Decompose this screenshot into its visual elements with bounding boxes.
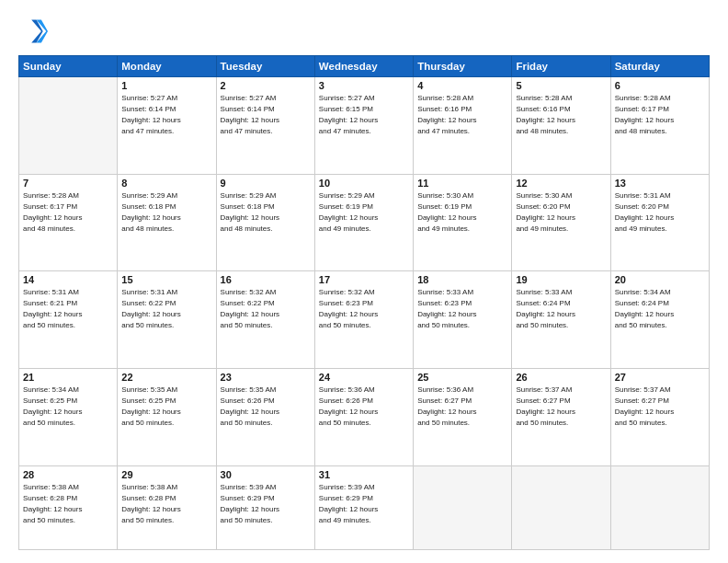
calendar-header-saturday: Saturday (610, 56, 709, 77)
day-info: Sunrise: 5:27 AM Sunset: 6:14 PM Dayligh… (121, 93, 211, 137)
day-number: 10 (319, 178, 409, 189)
day-number: 26 (516, 372, 606, 383)
calendar-cell: 9Sunrise: 5:29 AM Sunset: 6:18 PM Daylig… (216, 174, 314, 271)
calendar-cell: 15Sunrise: 5:31 AM Sunset: 6:22 PM Dayli… (118, 271, 216, 369)
calendar-cell: 10Sunrise: 5:29 AM Sunset: 6:19 PM Dayli… (314, 174, 413, 271)
day-info: Sunrise: 5:35 AM Sunset: 6:25 PM Dayligh… (121, 385, 211, 429)
calendar-cell: 7Sunrise: 5:28 AM Sunset: 6:17 PM Daylig… (19, 174, 118, 271)
day-number: 6 (615, 80, 705, 91)
day-info: Sunrise: 5:39 AM Sunset: 6:29 PM Dayligh… (319, 482, 409, 526)
day-info: Sunrise: 5:29 AM Sunset: 6:19 PM Dayligh… (319, 190, 409, 235)
calendar-cell: 22Sunrise: 5:35 AM Sunset: 6:25 PM Dayli… (118, 369, 216, 466)
calendar-cell: 24Sunrise: 5:36 AM Sunset: 6:26 PM Dayli… (314, 369, 413, 466)
calendar-cell: 28Sunrise: 5:38 AM Sunset: 6:28 PM Dayli… (19, 465, 118, 549)
day-info: Sunrise: 5:31 AM Sunset: 6:22 PM Dayligh… (121, 287, 211, 331)
day-info: Sunrise: 5:29 AM Sunset: 6:18 PM Dayligh… (121, 190, 211, 235)
calendar-cell (414, 465, 512, 549)
day-info: Sunrise: 5:32 AM Sunset: 6:23 PM Dayligh… (319, 287, 409, 331)
logo-icon (18, 17, 48, 46)
header (18, 17, 710, 46)
day-number: 31 (319, 469, 409, 480)
day-number: 17 (319, 274, 409, 285)
day-info: Sunrise: 5:28 AM Sunset: 6:17 PM Dayligh… (615, 93, 705, 137)
calendar-week-row: 28Sunrise: 5:38 AM Sunset: 6:28 PM Dayli… (19, 465, 710, 549)
day-info: Sunrise: 5:30 AM Sunset: 6:19 PM Dayligh… (417, 190, 507, 235)
calendar: SundayMondayTuesdayWednesdayThursdayFrid… (18, 55, 710, 550)
calendar-cell: 26Sunrise: 5:37 AM Sunset: 6:27 PM Dayli… (512, 369, 610, 466)
calendar-cell: 27Sunrise: 5:37 AM Sunset: 6:27 PM Dayli… (610, 369, 709, 466)
calendar-header-row: SundayMondayTuesdayWednesdayThursdayFrid… (19, 56, 710, 77)
calendar-cell: 5Sunrise: 5:28 AM Sunset: 6:16 PM Daylig… (512, 77, 610, 175)
day-number: 25 (417, 372, 507, 383)
calendar-cell: 16Sunrise: 5:32 AM Sunset: 6:22 PM Dayli… (216, 271, 314, 369)
calendar-week-row: 7Sunrise: 5:28 AM Sunset: 6:17 PM Daylig… (19, 174, 710, 271)
day-number: 1 (121, 80, 211, 91)
calendar-cell: 11Sunrise: 5:30 AM Sunset: 6:19 PM Dayli… (414, 174, 512, 271)
page: SundayMondayTuesdayWednesdayThursdayFrid… (0, 0, 728, 563)
calendar-cell: 29Sunrise: 5:38 AM Sunset: 6:28 PM Dayli… (118, 465, 216, 549)
calendar-header-wednesday: Wednesday (314, 56, 413, 77)
calendar-cell (610, 465, 709, 549)
calendar-cell (512, 465, 610, 549)
calendar-cell: 21Sunrise: 5:34 AM Sunset: 6:25 PM Dayli… (19, 369, 118, 466)
day-number: 11 (417, 178, 507, 189)
day-number: 20 (615, 274, 705, 285)
calendar-header-tuesday: Tuesday (216, 56, 314, 77)
calendar-cell: 13Sunrise: 5:31 AM Sunset: 6:20 PM Dayli… (610, 174, 709, 271)
calendar-header-thursday: Thursday (414, 56, 512, 77)
day-number: 19 (516, 274, 606, 285)
calendar-cell: 1Sunrise: 5:27 AM Sunset: 6:14 PM Daylig… (118, 77, 216, 175)
day-number: 12 (516, 178, 606, 189)
calendar-week-row: 21Sunrise: 5:34 AM Sunset: 6:25 PM Dayli… (19, 369, 710, 466)
calendar-cell: 31Sunrise: 5:39 AM Sunset: 6:29 PM Dayli… (314, 465, 413, 549)
day-number: 30 (221, 469, 311, 480)
calendar-header-friday: Friday (512, 56, 610, 77)
day-number: 5 (516, 80, 606, 91)
day-info: Sunrise: 5:28 AM Sunset: 6:16 PM Dayligh… (516, 93, 606, 137)
calendar-cell: 17Sunrise: 5:32 AM Sunset: 6:23 PM Dayli… (314, 271, 413, 369)
day-info: Sunrise: 5:38 AM Sunset: 6:28 PM Dayligh… (121, 482, 211, 526)
day-info: Sunrise: 5:37 AM Sunset: 6:27 PM Dayligh… (516, 385, 606, 429)
day-number: 18 (417, 274, 507, 285)
day-number: 24 (319, 372, 409, 383)
day-info: Sunrise: 5:35 AM Sunset: 6:26 PM Dayligh… (221, 385, 311, 429)
day-number: 22 (121, 372, 211, 383)
day-info: Sunrise: 5:36 AM Sunset: 6:26 PM Dayligh… (319, 385, 409, 429)
day-number: 29 (121, 469, 211, 480)
calendar-cell: 23Sunrise: 5:35 AM Sunset: 6:26 PM Dayli… (216, 369, 314, 466)
calendar-cell: 8Sunrise: 5:29 AM Sunset: 6:18 PM Daylig… (118, 174, 216, 271)
day-info: Sunrise: 5:28 AM Sunset: 6:16 PM Dayligh… (417, 93, 507, 137)
day-number: 23 (221, 372, 311, 383)
calendar-cell: 4Sunrise: 5:28 AM Sunset: 6:16 PM Daylig… (414, 77, 512, 175)
day-number: 28 (23, 469, 113, 480)
day-number: 16 (221, 274, 311, 285)
day-info: Sunrise: 5:34 AM Sunset: 6:25 PM Dayligh… (23, 385, 113, 429)
day-info: Sunrise: 5:31 AM Sunset: 6:20 PM Dayligh… (615, 190, 705, 235)
calendar-header-sunday: Sunday (19, 56, 118, 77)
day-number: 4 (417, 80, 507, 91)
calendar-cell: 6Sunrise: 5:28 AM Sunset: 6:17 PM Daylig… (610, 77, 709, 175)
day-info: Sunrise: 5:27 AM Sunset: 6:15 PM Dayligh… (319, 93, 409, 137)
day-number: 13 (615, 178, 705, 189)
day-number: 14 (23, 274, 113, 285)
calendar-cell: 25Sunrise: 5:36 AM Sunset: 6:27 PM Dayli… (414, 369, 512, 466)
day-number: 2 (221, 80, 311, 91)
calendar-cell: 12Sunrise: 5:30 AM Sunset: 6:20 PM Dayli… (512, 174, 610, 271)
day-number: 8 (121, 178, 211, 189)
day-info: Sunrise: 5:34 AM Sunset: 6:24 PM Dayligh… (615, 287, 705, 331)
day-number: 9 (221, 178, 311, 189)
calendar-cell: 19Sunrise: 5:33 AM Sunset: 6:24 PM Dayli… (512, 271, 610, 369)
calendar-header-monday: Monday (118, 56, 216, 77)
day-info: Sunrise: 5:27 AM Sunset: 6:14 PM Dayligh… (221, 93, 311, 137)
day-number: 21 (23, 372, 113, 383)
logo (18, 17, 51, 46)
day-info: Sunrise: 5:30 AM Sunset: 6:20 PM Dayligh… (516, 190, 606, 235)
day-info: Sunrise: 5:29 AM Sunset: 6:18 PM Dayligh… (221, 190, 311, 235)
day-number: 27 (615, 372, 705, 383)
day-info: Sunrise: 5:32 AM Sunset: 6:22 PM Dayligh… (221, 287, 311, 331)
day-info: Sunrise: 5:37 AM Sunset: 6:27 PM Dayligh… (615, 385, 705, 429)
day-info: Sunrise: 5:31 AM Sunset: 6:21 PM Dayligh… (23, 287, 113, 331)
calendar-cell: 18Sunrise: 5:33 AM Sunset: 6:23 PM Dayli… (414, 271, 512, 369)
day-info: Sunrise: 5:28 AM Sunset: 6:17 PM Dayligh… (23, 190, 113, 235)
calendar-cell (19, 77, 118, 175)
